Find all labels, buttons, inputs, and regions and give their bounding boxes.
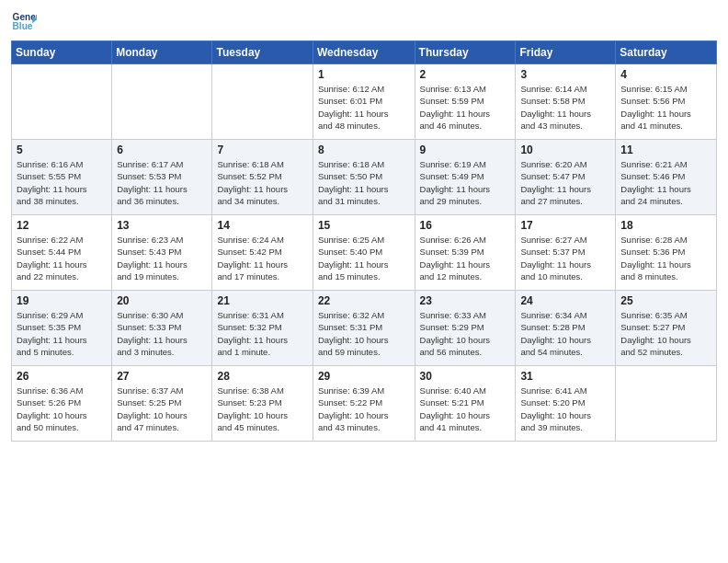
day-number: 11 bbox=[620, 144, 711, 156]
weekday-header-sunday: Sunday bbox=[12, 41, 112, 64]
day-number: 14 bbox=[217, 219, 307, 232]
day-number: 20 bbox=[117, 294, 207, 307]
day-info: Sunrise: 6:28 AM Sunset: 5:36 PM Dayligh… bbox=[620, 234, 711, 282]
day-cell: 21Sunrise: 6:31 AM Sunset: 5:32 PM Dayli… bbox=[212, 291, 313, 366]
day-number: 22 bbox=[318, 294, 410, 307]
day-cell: 19Sunrise: 6:29 AM Sunset: 5:35 PM Dayli… bbox=[12, 291, 112, 366]
day-cell: 22Sunrise: 6:32 AM Sunset: 5:31 PM Dayli… bbox=[313, 291, 415, 366]
day-number: 27 bbox=[117, 370, 207, 383]
day-number: 16 bbox=[420, 219, 511, 232]
day-cell bbox=[112, 64, 212, 140]
logo: General Blue bbox=[11, 9, 37, 35]
weekday-header-tuesday: Tuesday bbox=[212, 41, 313, 64]
day-cell: 1Sunrise: 6:12 AM Sunset: 6:01 PM Daylig… bbox=[313, 64, 415, 140]
day-cell: 24Sunrise: 6:34 AM Sunset: 5:28 PM Dayli… bbox=[516, 291, 616, 366]
week-row-1: 5Sunrise: 6:16 AM Sunset: 5:55 PM Daylig… bbox=[12, 140, 717, 215]
day-number: 29 bbox=[318, 370, 410, 383]
day-number: 15 bbox=[318, 219, 410, 232]
day-cell: 3Sunrise: 6:14 AM Sunset: 5:58 PM Daylig… bbox=[516, 64, 616, 140]
day-cell: 20Sunrise: 6:30 AM Sunset: 5:33 PM Dayli… bbox=[112, 291, 212, 366]
day-number: 12 bbox=[17, 219, 107, 232]
day-info: Sunrise: 6:37 AM Sunset: 5:25 PM Dayligh… bbox=[117, 385, 207, 433]
day-cell: 25Sunrise: 6:35 AM Sunset: 5:27 PM Dayli… bbox=[616, 291, 717, 366]
day-info: Sunrise: 6:23 AM Sunset: 5:43 PM Dayligh… bbox=[117, 234, 207, 282]
day-cell: 27Sunrise: 6:37 AM Sunset: 5:25 PM Dayli… bbox=[112, 366, 212, 442]
day-cell: 23Sunrise: 6:33 AM Sunset: 5:29 PM Dayli… bbox=[415, 291, 516, 366]
day-info: Sunrise: 6:15 AM Sunset: 5:56 PM Dayligh… bbox=[620, 83, 711, 132]
day-info: Sunrise: 6:14 AM Sunset: 5:58 PM Dayligh… bbox=[520, 83, 610, 132]
svg-text:Blue: Blue bbox=[13, 21, 33, 31]
header-row: General Blue bbox=[11, 9, 717, 35]
week-row-3: 19Sunrise: 6:29 AM Sunset: 5:35 PM Dayli… bbox=[12, 291, 717, 366]
day-info: Sunrise: 6:16 AM Sunset: 5:55 PM Dayligh… bbox=[17, 158, 107, 207]
day-number: 30 bbox=[420, 370, 511, 383]
day-info: Sunrise: 6:19 AM Sunset: 5:49 PM Dayligh… bbox=[420, 158, 511, 207]
week-row-4: 26Sunrise: 6:36 AM Sunset: 5:26 PM Dayli… bbox=[12, 366, 717, 442]
day-number: 19 bbox=[17, 294, 107, 307]
day-number: 9 bbox=[420, 144, 511, 156]
day-cell: 5Sunrise: 6:16 AM Sunset: 5:55 PM Daylig… bbox=[12, 140, 112, 215]
day-cell: 13Sunrise: 6:23 AM Sunset: 5:43 PM Dayli… bbox=[112, 215, 212, 291]
weekday-header-saturday: Saturday bbox=[616, 41, 717, 64]
day-number: 21 bbox=[217, 294, 307, 307]
day-number: 1 bbox=[318, 68, 410, 81]
day-info: Sunrise: 6:38 AM Sunset: 5:23 PM Dayligh… bbox=[217, 385, 307, 433]
day-cell bbox=[12, 64, 112, 140]
day-info: Sunrise: 6:40 AM Sunset: 5:21 PM Dayligh… bbox=[420, 385, 511, 433]
day-number: 23 bbox=[420, 294, 511, 307]
day-info: Sunrise: 6:33 AM Sunset: 5:29 PM Dayligh… bbox=[420, 309, 511, 358]
day-number: 2 bbox=[420, 68, 511, 81]
day-number: 24 bbox=[520, 294, 610, 307]
weekday-header-monday: Monday bbox=[112, 41, 212, 64]
logo-icon: General Blue bbox=[11, 9, 37, 35]
day-info: Sunrise: 6:30 AM Sunset: 5:33 PM Dayligh… bbox=[117, 309, 207, 358]
day-cell: 30Sunrise: 6:40 AM Sunset: 5:21 PM Dayli… bbox=[415, 366, 516, 442]
day-number: 5 bbox=[17, 144, 107, 156]
calendar-table: SundayMondayTuesdayWednesdayThursdayFrid… bbox=[11, 40, 717, 442]
day-info: Sunrise: 6:27 AM Sunset: 5:37 PM Dayligh… bbox=[520, 234, 610, 282]
day-info: Sunrise: 6:18 AM Sunset: 5:50 PM Dayligh… bbox=[318, 158, 410, 207]
day-number: 31 bbox=[520, 370, 610, 383]
day-cell: 14Sunrise: 6:24 AM Sunset: 5:42 PM Dayli… bbox=[212, 215, 313, 291]
day-cell: 7Sunrise: 6:18 AM Sunset: 5:52 PM Daylig… bbox=[212, 140, 313, 215]
day-cell bbox=[212, 64, 313, 140]
day-info: Sunrise: 6:36 AM Sunset: 5:26 PM Dayligh… bbox=[17, 385, 107, 433]
day-number: 26 bbox=[17, 370, 107, 383]
day-cell: 8Sunrise: 6:18 AM Sunset: 5:50 PM Daylig… bbox=[313, 140, 415, 215]
day-info: Sunrise: 6:35 AM Sunset: 5:27 PM Dayligh… bbox=[620, 309, 711, 358]
day-number: 10 bbox=[520, 144, 610, 156]
day-cell: 26Sunrise: 6:36 AM Sunset: 5:26 PM Dayli… bbox=[12, 366, 112, 442]
day-info: Sunrise: 6:31 AM Sunset: 5:32 PM Dayligh… bbox=[217, 309, 307, 358]
day-cell: 31Sunrise: 6:41 AM Sunset: 5:20 PM Dayli… bbox=[516, 366, 616, 442]
day-info: Sunrise: 6:32 AM Sunset: 5:31 PM Dayligh… bbox=[318, 309, 410, 358]
day-info: Sunrise: 6:24 AM Sunset: 5:42 PM Dayligh… bbox=[217, 234, 307, 282]
day-info: Sunrise: 6:17 AM Sunset: 5:53 PM Dayligh… bbox=[117, 158, 207, 207]
week-row-2: 12Sunrise: 6:22 AM Sunset: 5:44 PM Dayli… bbox=[12, 215, 717, 291]
day-cell bbox=[616, 366, 717, 442]
day-cell: 12Sunrise: 6:22 AM Sunset: 5:44 PM Dayli… bbox=[12, 215, 112, 291]
day-info: Sunrise: 6:21 AM Sunset: 5:46 PM Dayligh… bbox=[620, 158, 711, 207]
day-info: Sunrise: 6:18 AM Sunset: 5:52 PM Dayligh… bbox=[217, 158, 307, 207]
day-number: 8 bbox=[318, 144, 410, 156]
day-number: 4 bbox=[620, 68, 711, 81]
day-cell: 2Sunrise: 6:13 AM Sunset: 5:59 PM Daylig… bbox=[415, 64, 516, 140]
day-number: 3 bbox=[520, 68, 610, 81]
day-cell: 6Sunrise: 6:17 AM Sunset: 5:53 PM Daylig… bbox=[112, 140, 212, 215]
day-number: 25 bbox=[620, 294, 711, 307]
day-cell: 15Sunrise: 6:25 AM Sunset: 5:40 PM Dayli… bbox=[313, 215, 415, 291]
day-cell: 16Sunrise: 6:26 AM Sunset: 5:39 PM Dayli… bbox=[415, 215, 516, 291]
weekday-header-friday: Friday bbox=[516, 41, 616, 64]
day-cell: 11Sunrise: 6:21 AM Sunset: 5:46 PM Dayli… bbox=[616, 140, 717, 215]
day-cell: 29Sunrise: 6:39 AM Sunset: 5:22 PM Dayli… bbox=[313, 366, 415, 442]
day-cell: 10Sunrise: 6:20 AM Sunset: 5:47 PM Dayli… bbox=[516, 140, 616, 215]
day-info: Sunrise: 6:20 AM Sunset: 5:47 PM Dayligh… bbox=[520, 158, 610, 207]
week-row-0: 1Sunrise: 6:12 AM Sunset: 6:01 PM Daylig… bbox=[12, 64, 717, 140]
weekday-header-wednesday: Wednesday bbox=[313, 41, 415, 64]
day-cell: 18Sunrise: 6:28 AM Sunset: 5:36 PM Dayli… bbox=[616, 215, 717, 291]
weekday-header-row: SundayMondayTuesdayWednesdayThursdayFrid… bbox=[12, 41, 717, 64]
day-info: Sunrise: 6:41 AM Sunset: 5:20 PM Dayligh… bbox=[520, 385, 610, 433]
day-cell: 9Sunrise: 6:19 AM Sunset: 5:49 PM Daylig… bbox=[415, 140, 516, 215]
day-info: Sunrise: 6:34 AM Sunset: 5:28 PM Dayligh… bbox=[520, 309, 610, 358]
day-info: Sunrise: 6:13 AM Sunset: 5:59 PM Dayligh… bbox=[420, 83, 511, 132]
day-info: Sunrise: 6:29 AM Sunset: 5:35 PM Dayligh… bbox=[17, 309, 107, 358]
